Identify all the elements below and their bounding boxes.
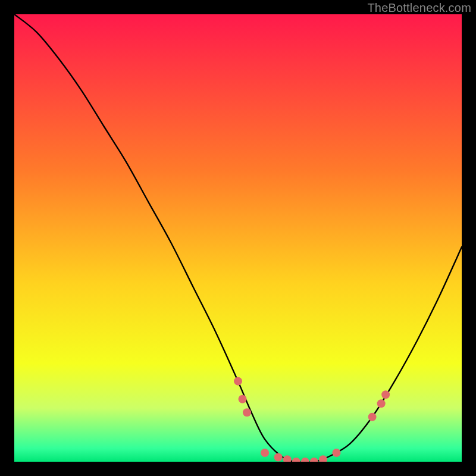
highlight-point: [274, 453, 283, 461]
highlight-point: [239, 395, 247, 403]
attribution-label: TheBottleneck.com: [367, 1, 471, 15]
bottleneck-chart: [14, 14, 462, 462]
highlight-point: [261, 449, 269, 457]
chart-background: [14, 14, 462, 462]
highlight-point: [381, 390, 390, 399]
highlight-point: [377, 399, 386, 408]
highlight-point: [368, 413, 377, 421]
highlight-point: [332, 449, 340, 457]
chart-frame: [14, 14, 462, 462]
highlight-point: [234, 377, 242, 386]
highlight-point: [243, 408, 251, 416]
